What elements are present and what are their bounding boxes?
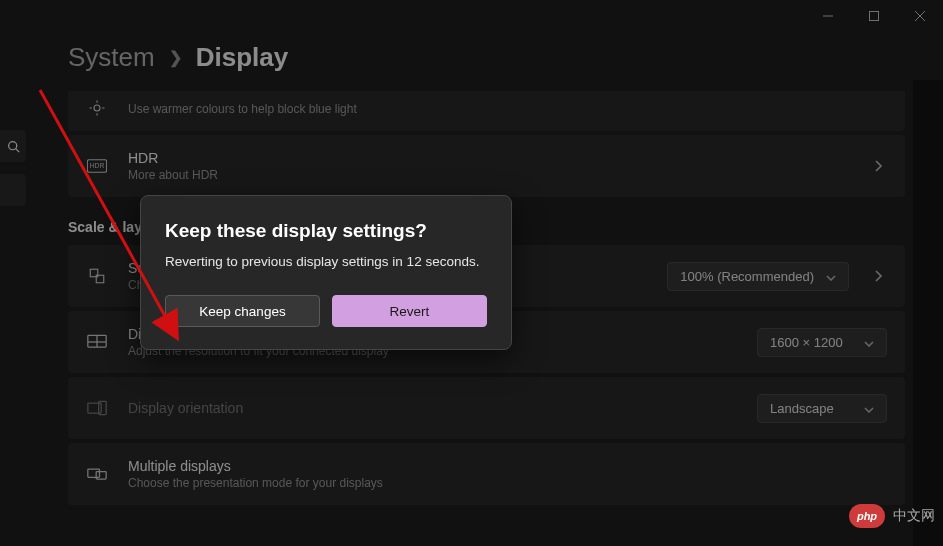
keep-settings-dialog: Keep these display settings? Reverting t… [140,195,512,350]
watermark-text: 中文网 [893,507,935,525]
watermark: php 中文网 [849,504,935,528]
revert-button[interactable]: Revert [332,295,487,327]
php-badge-icon: php [849,504,885,528]
keep-changes-button[interactable]: Keep changes [165,295,320,327]
dialog-body: Reverting to previous display settings i… [165,254,487,269]
dialog-title: Keep these display settings? [165,220,487,242]
